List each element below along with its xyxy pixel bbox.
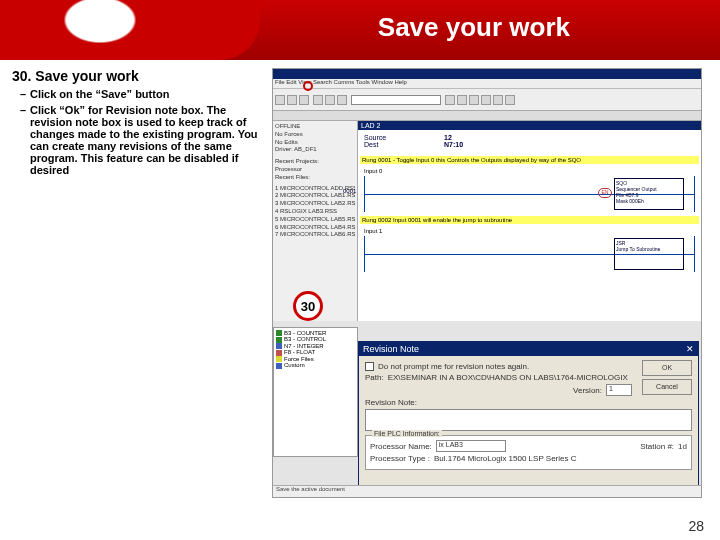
- tool-icon[interactable]: [481, 95, 491, 105]
- revision-note-field[interactable]: [365, 409, 692, 431]
- slide-logo-swirl: [0, 0, 260, 60]
- project-tree[interactable]: B3 - COUNTER B3 - CONTROL N7 - INTEGER F…: [273, 327, 358, 457]
- jsr-instruction: JSR Jump To Subroutine: [614, 238, 684, 270]
- close-icon[interactable]: ✕: [686, 344, 694, 354]
- new-icon[interactable]: [275, 95, 285, 105]
- ok-button[interactable]: OK: [642, 360, 692, 376]
- noprompt-checkbox[interactable]: [365, 362, 374, 371]
- paste-icon[interactable]: [337, 95, 347, 105]
- callout-30: 30: [293, 291, 323, 321]
- procname-field[interactable]: ix LAB3: [436, 440, 506, 452]
- node-dropdown[interactable]: [351, 95, 441, 105]
- screenshot-container: File Edit View Search Comms Tools Window…: [272, 68, 702, 498]
- tool-icon[interactable]: [505, 95, 515, 105]
- open-icon[interactable]: [287, 95, 297, 105]
- status-bar: Save the active document: [273, 485, 701, 497]
- dialog-titlebar: Revision Note ✕: [359, 342, 698, 356]
- app-toolbar[interactable]: [273, 89, 701, 111]
- tab-bar[interactable]: [273, 111, 701, 121]
- revision-note-dialog: Revision Note ✕ OK Cancel Do not prompt …: [358, 341, 699, 495]
- slide-title: Save your work: [378, 12, 570, 43]
- ladder-window: LAD 2 Source12 DestN7:10 Rung 0001 - Tog…: [358, 121, 701, 321]
- cut-icon[interactable]: [313, 95, 323, 105]
- tool-icon[interactable]: [493, 95, 503, 105]
- rung-0001: Rung 0001 - Toggle Input 0 this Controls…: [358, 156, 701, 212]
- app-menubar[interactable]: File Edit View Search Comms Tools Window…: [273, 79, 701, 89]
- left-pane: OFFLINE No Forces No Edits Driver: AB_DF…: [273, 121, 358, 321]
- copy-icon[interactable]: [325, 95, 335, 105]
- tool-icon[interactable]: [457, 95, 467, 105]
- en-coil: EN: [598, 188, 612, 198]
- step-heading: 30. Save your work: [12, 68, 262, 84]
- save-icon[interactable]: [299, 95, 309, 105]
- cancel-button[interactable]: Cancel: [642, 379, 692, 395]
- app-titlebar: [273, 69, 701, 79]
- bullet-2: –Click “Ok” for Revision note box. The r…: [20, 104, 262, 176]
- slide-header: Save your work: [0, 0, 720, 60]
- version-field[interactable]: 1: [606, 384, 632, 396]
- tool-icon[interactable]: [445, 95, 455, 105]
- bullet-1: –Click on the “Save” button: [20, 88, 262, 100]
- rung-0002: Rung 0002 Input 0001 will enable the jum…: [358, 216, 701, 272]
- ladder-title: LAD 2: [358, 121, 701, 130]
- tool-icon[interactable]: [469, 95, 479, 105]
- page-number: 28: [688, 518, 704, 534]
- sqo-instruction: SQO Sequencer Output File #B7:9 Mask 000…: [614, 178, 684, 210]
